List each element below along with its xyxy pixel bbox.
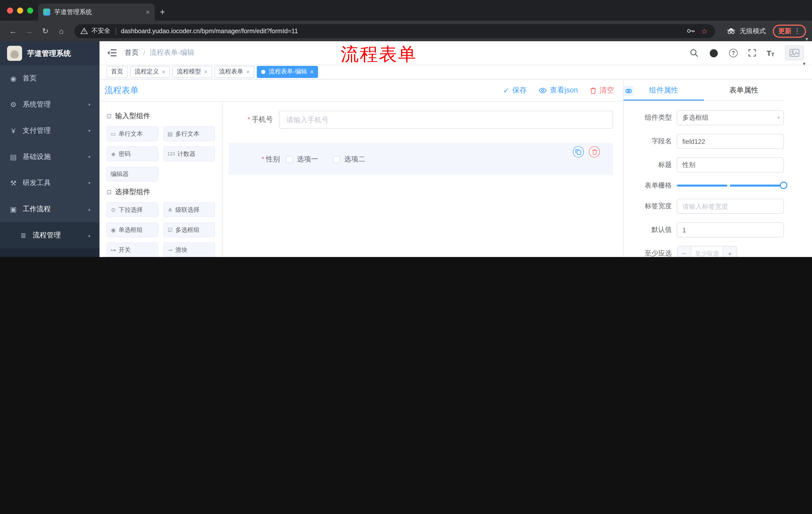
list-icon: ≣ bbox=[19, 231, 28, 239]
sidebar-item-dev-tools[interactable]: ⚒ 研发工具 ▾ bbox=[0, 170, 99, 196]
eye-icon bbox=[539, 87, 547, 93]
slider-handle[interactable] bbox=[780, 182, 787, 189]
phone-field-label: *手机号 bbox=[229, 115, 279, 124]
browser-tab-strip: 芋道管理系统 × + bbox=[0, 0, 812, 21]
sidebar-item-system-management[interactable]: ⚙ 系统管理 ▾ bbox=[0, 91, 99, 118]
tag-close-icon[interactable]: × bbox=[162, 68, 165, 75]
search-icon[interactable] bbox=[690, 49, 698, 57]
forward-button[interactable]: → bbox=[22, 24, 36, 38]
switch-icon: ⊶ bbox=[111, 247, 116, 253]
sidebar-item-home[interactable]: ◉ 首页 bbox=[0, 65, 99, 91]
title-input[interactable] bbox=[677, 157, 784, 172]
tag-close-icon[interactable]: × bbox=[310, 68, 314, 75]
tab-form-props[interactable]: 表单属性 bbox=[704, 79, 784, 101]
tag-process-model[interactable]: 流程模型 × bbox=[172, 65, 212, 78]
cube-icon: ⊡ bbox=[107, 189, 112, 196]
app-logo[interactable]: 芋道管理系统 bbox=[0, 41, 99, 65]
monitor-icon: ▤ bbox=[9, 153, 18, 161]
sidebar-item-process-form[interactable]: ▥ 流程表单 bbox=[0, 248, 99, 257]
chip-password[interactable]: ◈密码 bbox=[107, 146, 158, 161]
checkbox-option-1[interactable]: 选项一 bbox=[286, 155, 318, 164]
toolbar-chevron-icon[interactable]: ▾ bbox=[806, 36, 808, 42]
tab-close-icon[interactable]: × bbox=[146, 8, 150, 16]
increase-button[interactable]: + bbox=[723, 246, 736, 257]
home-button[interactable]: ⌂ bbox=[54, 24, 68, 38]
component-type-select[interactable]: ▾ bbox=[677, 110, 784, 125]
browser-menu-icon[interactable]: ⋮ bbox=[794, 27, 801, 35]
chip-select[interactable]: ⊙下拉选择 bbox=[107, 202, 158, 217]
default-value-input[interactable] bbox=[677, 222, 784, 237]
tag-home[interactable]: 首页 bbox=[107, 65, 127, 78]
update-label: 更新 bbox=[778, 26, 791, 35]
tag-process-form-edit[interactable]: 流程表单-编辑 × bbox=[257, 65, 318, 78]
cascader-icon: ⋔ bbox=[167, 207, 173, 213]
bookmark-star-icon[interactable]: ☆ bbox=[701, 27, 707, 35]
security-warning-icon[interactable] bbox=[80, 28, 88, 34]
sidebar-item-payment-management[interactable]: ¥ 支付管理 ▾ bbox=[0, 118, 99, 144]
workflow-icon: ▣ bbox=[9, 205, 18, 213]
gender-widget-selected[interactable]: *性别 选项一 选项二 bbox=[229, 143, 613, 175]
github-icon[interactable] bbox=[709, 48, 718, 58]
chip-switch[interactable]: ⊶开关 bbox=[107, 242, 158, 257]
chip-single-line-text[interactable]: ▭单行文本 bbox=[107, 126, 158, 141]
zoom-window-button[interactable] bbox=[27, 7, 33, 13]
avatar-caret-icon[interactable]: ▾ bbox=[803, 61, 806, 66]
min-checked-stepper[interactable]: − + bbox=[677, 246, 737, 257]
tab-component-props[interactable]: 组件属性 bbox=[624, 79, 704, 101]
grid-slider[interactable] bbox=[677, 185, 784, 187]
clear-button[interactable]: 清空 bbox=[590, 85, 614, 95]
chevron-down-icon: ▾ bbox=[88, 181, 90, 186]
tag-close-icon[interactable]: × bbox=[204, 68, 207, 75]
phone-input[interactable] bbox=[279, 111, 613, 129]
link-icon[interactable] bbox=[624, 86, 634, 96]
group-title-select: ⊡ 选择型组件 bbox=[107, 188, 215, 197]
tag-process-form[interactable]: 流程表单 × bbox=[214, 65, 254, 78]
chip-editor[interactable]: 编辑器 bbox=[107, 166, 158, 182]
delete-widget-button[interactable] bbox=[589, 146, 600, 157]
fullscreen-icon[interactable] bbox=[748, 49, 756, 57]
chip-multiline-text[interactable]: ▤多行文本 bbox=[163, 126, 215, 141]
font-size-icon[interactable]: TT bbox=[766, 49, 774, 57]
chip-checkbox-group[interactable]: ☑多选框组 bbox=[163, 222, 215, 237]
breadcrumb-home[interactable]: 首页 bbox=[125, 48, 139, 57]
chip-cascader[interactable]: ⋔级联选择 bbox=[163, 202, 215, 217]
password-key-icon[interactable] bbox=[687, 29, 695, 33]
sidebar-item-workflow[interactable]: ▣ 工作流程 ▴ bbox=[0, 196, 99, 222]
new-tab-button[interactable]: + bbox=[160, 7, 165, 18]
hamburger-icon[interactable] bbox=[108, 49, 117, 57]
field-name-input[interactable] bbox=[677, 134, 784, 149]
chip-slider[interactable]: ⊸滑块 bbox=[163, 242, 215, 257]
design-canvas[interactable]: *手机号 bbox=[223, 102, 623, 257]
back-button[interactable]: ← bbox=[6, 24, 20, 38]
type-label: 组件类型 bbox=[629, 113, 672, 122]
min-checked-input[interactable] bbox=[691, 246, 723, 257]
tag-close-icon[interactable]: × bbox=[246, 68, 250, 75]
browser-tab[interactable]: 芋道管理系统 × bbox=[38, 3, 155, 21]
phone-field[interactable]: *手机号 bbox=[229, 111, 613, 129]
sidebar-item-process-management[interactable]: ≣ 流程管理 ▴ bbox=[0, 222, 99, 248]
annotation-overlay: 流程表单 bbox=[341, 42, 417, 67]
help-icon[interactable]: ? bbox=[729, 49, 737, 57]
minimize-window-button[interactable] bbox=[17, 7, 23, 13]
checkbox-icon bbox=[286, 156, 293, 163]
checkbox-option-2[interactable]: 选项二 bbox=[333, 155, 365, 164]
cube-icon: ⊡ bbox=[107, 113, 112, 120]
reload-button[interactable]: ↻ bbox=[38, 24, 52, 38]
update-button[interactable]: 更新 ⋮ bbox=[773, 24, 806, 37]
sidebar-item-infrastructure[interactable]: ▤ 基础设施 ▾ bbox=[0, 144, 99, 170]
decrease-button[interactable]: − bbox=[677, 246, 691, 257]
grid-label: 表单栅格 bbox=[629, 181, 672, 190]
breadcrumb: 首页 / 流程表单-编辑 bbox=[125, 48, 194, 57]
field-name-label: 字段名 bbox=[629, 137, 672, 146]
label-width-input[interactable] bbox=[677, 199, 784, 214]
slider-icon: ⊸ bbox=[167, 247, 173, 253]
chip-counter[interactable]: 123计数器 bbox=[163, 146, 215, 161]
avatar[interactable]: ▾ bbox=[785, 45, 804, 60]
tag-process-definition[interactable]: 流程定义 × bbox=[130, 65, 170, 78]
save-button[interactable]: ✓ 保存 bbox=[503, 85, 527, 95]
close-window-button[interactable] bbox=[7, 7, 13, 13]
view-json-button[interactable]: 查看json bbox=[539, 85, 578, 95]
address-bar[interactable]: 不安全 dashboard.yudao.iocoder.cn/bpm/manag… bbox=[75, 24, 715, 38]
chip-radio-group[interactable]: ◉单选框组 bbox=[107, 222, 158, 237]
copy-widget-button[interactable] bbox=[573, 146, 584, 157]
